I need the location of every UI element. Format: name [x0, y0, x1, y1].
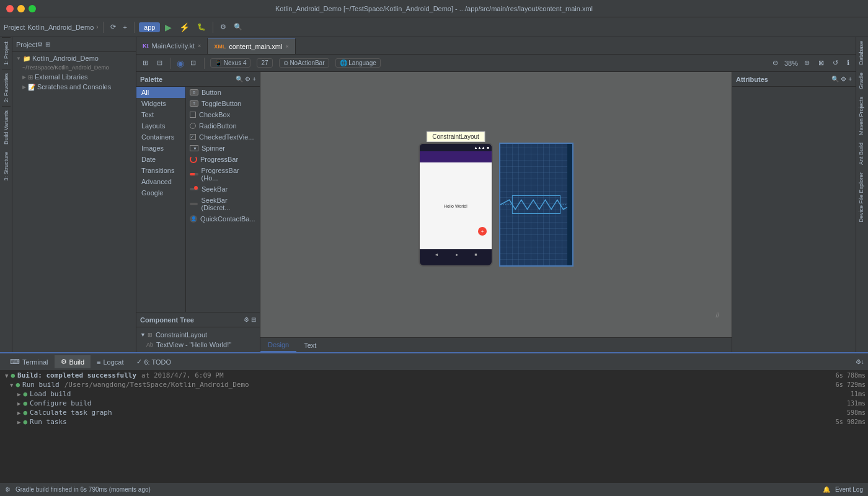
sidebar-item-build-variants[interactable]: Build Variants	[2, 106, 11, 148]
bottom-tab-logcat[interactable]: ≡ Logcat	[91, 356, 130, 368]
tab-mainactivity[interactable]: Kt MainActivity.kt ×	[136, 38, 208, 54]
bottom-tab-todo[interactable]: ✓ 6: TODO	[130, 355, 178, 368]
api-selector[interactable]: 27	[257, 58, 272, 68]
palette-toggle[interactable]: ⊞	[140, 58, 151, 68]
palette-cat-google[interactable]: Google	[136, 187, 185, 198]
center-area: Kt MainActivity.kt × XML content_main.xm…	[136, 37, 856, 352]
palette-widget-quickcontact[interactable]: 👤 QuickContactBa...	[186, 213, 260, 224]
canvas-area: ConstraintLayout ▲▲▲ ■	[260, 72, 732, 352]
bottom-tab-terminal[interactable]: ⌨ Terminal	[4, 355, 55, 368]
app-run-config[interactable]: app	[139, 22, 160, 32]
load-build-arrow[interactable]: ▶	[17, 391, 20, 397]
project-settings-button[interactable]: ⚙	[37, 41, 43, 48]
bottom-tabs: ⌨ Terminal ⚙ Build ≡ Logcat ✓ 6: TODO ⚙ …	[0, 353, 868, 371]
palette-widget-togglebutton[interactable]: T ToggleButton	[186, 98, 260, 109]
palette-cat-layouts[interactable]: Layouts	[136, 120, 185, 131]
maximize-button[interactable]	[29, 5, 36, 12]
attr-more-button[interactable]: +	[848, 76, 852, 82]
coverage-button[interactable]: 🐛	[195, 22, 208, 32]
palette-widget-spinner[interactable]: ▼ Spinner	[186, 143, 260, 154]
event-log-label[interactable]: Event Log	[835, 486, 863, 493]
palette-cat-all[interactable]: All	[136, 87, 185, 98]
settings-button[interactable]: ⚙	[218, 22, 229, 32]
sidebar-item-gradle[interactable]: Gradle	[856, 69, 868, 93]
run-tasks-arrow[interactable]: ▶	[17, 419, 20, 425]
tree-item-scratches[interactable]: ▶ 📝 Scratches and Consoles	[12, 82, 136, 92]
palette-cat-widgets[interactable]: Widgets	[136, 98, 185, 109]
palette-search-button[interactable]: 🔍	[236, 76, 243, 82]
debug-button[interactable]: ⚡	[177, 21, 192, 33]
sidebar-item-favorites[interactable]: 2: Favorites	[2, 69, 11, 106]
phone-fab-button: +	[478, 227, 487, 236]
palette-cat-containers[interactable]: Containers	[136, 131, 185, 143]
tree-item-ext-libs[interactable]: ▶ ⊞ External Libraries	[12, 72, 136, 82]
palette-widget-progressbar[interactable]: ProgressBar	[186, 154, 260, 165]
search-button[interactable]: 🔍	[231, 22, 245, 32]
toolbar-separator	[103, 22, 104, 33]
tree-item-scratches-label: Scratches and Consoles	[37, 83, 111, 91]
bottom-download-button[interactable]: ↓	[861, 358, 864, 365]
palette-cat-date[interactable]: Date	[136, 154, 185, 165]
attr-settings-button[interactable]: ⚙	[841, 76, 846, 82]
zoom-in-button[interactable]: ⊕	[802, 58, 812, 68]
run-build-arrow[interactable]: ▼	[10, 382, 13, 388]
sidebar-item-structure[interactable]: 3: Structure	[2, 148, 11, 185]
comp-tree-textview[interactable]: Ab TextView - "Hello World!"	[136, 340, 260, 350]
device-selector[interactable]: 📱 Nexus 4	[210, 58, 250, 68]
palette-cat-images[interactable]: Images	[136, 143, 185, 154]
tab-content-main[interactable]: XML content_main.xml ×	[208, 38, 295, 54]
palette-cat-advanced[interactable]: Advanced	[136, 176, 185, 187]
sync-button[interactable]: ⟳	[108, 22, 118, 32]
palette-cat-transitions[interactable]: Transitions	[136, 165, 185, 176]
sidebar-item-database[interactable]: Database	[856, 37, 868, 69]
attr-search-button[interactable]: 🔍	[831, 76, 839, 82]
tab-design[interactable]: Design	[260, 339, 296, 352]
build-main-arrow[interactable]: ▼	[5, 373, 8, 379]
palette-widget-checkbox[interactable]: CheckBox	[186, 109, 260, 120]
add-config-button[interactable]: +	[121, 22, 130, 32]
palette-widget-radiobutton[interactable]: RadioButton	[186, 120, 260, 131]
component-tree-toggle[interactable]: ⊟	[154, 58, 165, 68]
sidebar-item-project[interactable]: 1: Project	[2, 37, 11, 69]
fit-screen-button[interactable]: ⊠	[816, 58, 826, 68]
palette-options-button[interactable]: ⚙	[245, 76, 250, 82]
palette-cat-text[interactable]: Text	[136, 109, 185, 120]
palette-widget-seekbar-d[interactable]: SeekBar (Discret...	[186, 195, 260, 213]
theme-selector[interactable]: ⊙ NoActionBar	[279, 58, 329, 68]
close-button[interactable]	[6, 5, 14, 12]
run-button[interactable]: ▶	[162, 21, 174, 33]
close-tab-main[interactable]: ×	[198, 43, 201, 49]
tree-item-root[interactable]: ▼ 📁 Kotlin_Android_Demo	[12, 53, 136, 63]
canvas-content[interactable]: ConstraintLayout ▲▲▲ ■	[260, 72, 732, 337]
bottom-settings-button[interactable]: ⚙	[856, 358, 861, 365]
zoom-out-button[interactable]: ⊖	[770, 58, 781, 68]
build-entry-calculate-task: ▶ ● Calculate task graph 598ms	[15, 408, 868, 417]
palette-more-button[interactable]: +	[252, 76, 256, 82]
folder-icon-root: 📁	[23, 55, 30, 62]
minimize-button[interactable]	[17, 5, 25, 12]
comp-tree-constraint-layout[interactable]: ▼ ⊞ ConstraintLayout	[136, 330, 260, 340]
logcat-icon: ≡	[97, 358, 100, 366]
tab-text[interactable]: Text	[296, 339, 324, 352]
palette-widget-seekbar[interactable]: SeekBar	[186, 184, 260, 195]
design-mode-button[interactable]: ◉	[177, 58, 184, 68]
language-selector[interactable]: 🌐 Language	[335, 58, 381, 68]
close-tab-content[interactable]: ×	[285, 43, 288, 50]
palette-widget-progressbar-h[interactable]: ProgressBar (Ho...	[186, 165, 260, 184]
titlebar-buttons	[6, 5, 36, 12]
comp-tree-expand[interactable]: ⊟	[251, 316, 256, 323]
sidebar-item-maven[interactable]: Maven Projects	[856, 93, 868, 139]
configure-build-arrow[interactable]: ▶	[17, 401, 20, 407]
bottom-tab-build[interactable]: ⚙ Build	[55, 355, 91, 368]
palette-widget-button[interactable]: B Button	[186, 87, 260, 98]
blueprint-mode-button[interactable]: ⊡	[188, 58, 198, 68]
info-button[interactable]: ℹ	[844, 58, 852, 68]
project-expand-button[interactable]: ⊞	[45, 41, 50, 48]
sidebar-item-ant[interactable]: Ant Build	[856, 139, 868, 169]
refresh-button[interactable]: ↺	[830, 58, 841, 68]
palette-widget-checkedtextview[interactable]: ✓ CheckedTextVie...	[186, 131, 260, 143]
sidebar-item-device-file[interactable]: Device File Explorer	[856, 169, 868, 226]
chevron-right-icon: ›	[96, 24, 98, 30]
calculate-task-arrow[interactable]: ▶	[17, 410, 20, 416]
comp-tree-settings[interactable]: ⚙	[244, 316, 249, 323]
